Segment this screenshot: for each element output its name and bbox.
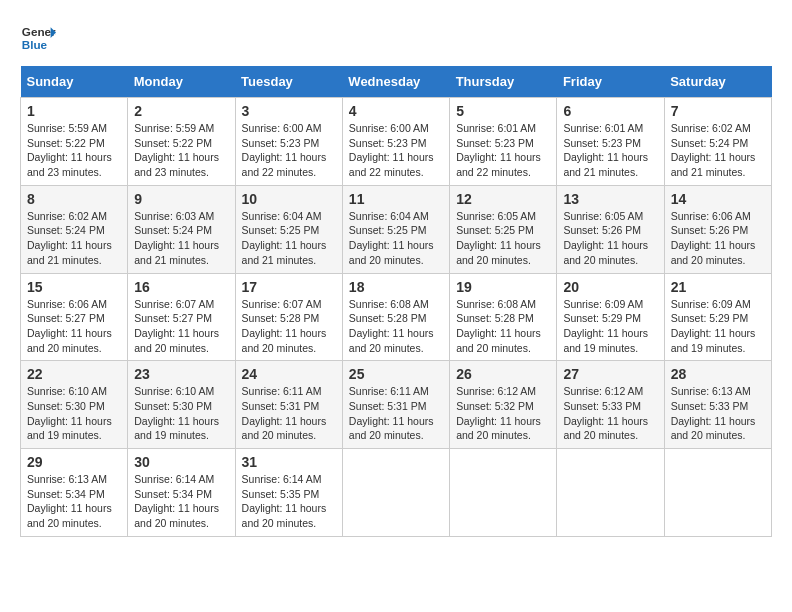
calendar-cell: 17 Sunrise: 6:07 AMSunset: 5:28 PMDaylig… [235, 273, 342, 361]
calendar-cell: 15 Sunrise: 6:06 AMSunset: 5:27 PMDaylig… [21, 273, 128, 361]
calendar-cell: 28 Sunrise: 6:13 AMSunset: 5:33 PMDaylig… [664, 361, 771, 449]
calendar-cell: 5 Sunrise: 6:01 AMSunset: 5:23 PMDayligh… [450, 98, 557, 186]
column-header-friday: Friday [557, 66, 664, 98]
calendar-cell: 26 Sunrise: 6:12 AMSunset: 5:32 PMDaylig… [450, 361, 557, 449]
day-number: 25 [349, 366, 443, 382]
calendar-week-1: 1 Sunrise: 5:59 AMSunset: 5:22 PMDayligh… [21, 98, 772, 186]
cell-info: Sunrise: 6:05 AMSunset: 5:25 PMDaylight:… [456, 210, 541, 266]
calendar-cell: 11 Sunrise: 6:04 AMSunset: 5:25 PMDaylig… [342, 185, 449, 273]
calendar-cell: 12 Sunrise: 6:05 AMSunset: 5:25 PMDaylig… [450, 185, 557, 273]
day-number: 1 [27, 103, 121, 119]
calendar-cell: 10 Sunrise: 6:04 AMSunset: 5:25 PMDaylig… [235, 185, 342, 273]
cell-info: Sunrise: 6:04 AMSunset: 5:25 PMDaylight:… [349, 210, 434, 266]
cell-info: Sunrise: 6:13 AMSunset: 5:33 PMDaylight:… [671, 385, 756, 441]
svg-text:Blue: Blue [22, 38, 48, 51]
column-header-thursday: Thursday [450, 66, 557, 98]
cell-info: Sunrise: 6:09 AMSunset: 5:29 PMDaylight:… [563, 298, 648, 354]
calendar-cell: 18 Sunrise: 6:08 AMSunset: 5:28 PMDaylig… [342, 273, 449, 361]
calendar-cell [557, 449, 664, 537]
day-number: 5 [456, 103, 550, 119]
calendar-cell: 1 Sunrise: 5:59 AMSunset: 5:22 PMDayligh… [21, 98, 128, 186]
calendar-cell: 31 Sunrise: 6:14 AMSunset: 5:35 PMDaylig… [235, 449, 342, 537]
cell-info: Sunrise: 6:06 AMSunset: 5:26 PMDaylight:… [671, 210, 756, 266]
cell-info: Sunrise: 6:12 AMSunset: 5:32 PMDaylight:… [456, 385, 541, 441]
day-number: 29 [27, 454, 121, 470]
day-number: 13 [563, 191, 657, 207]
column-header-sunday: Sunday [21, 66, 128, 98]
day-number: 15 [27, 279, 121, 295]
calendar-cell: 25 Sunrise: 6:11 AMSunset: 5:31 PMDaylig… [342, 361, 449, 449]
calendar-cell: 19 Sunrise: 6:08 AMSunset: 5:28 PMDaylig… [450, 273, 557, 361]
calendar-cell [450, 449, 557, 537]
day-number: 16 [134, 279, 228, 295]
cell-info: Sunrise: 6:02 AMSunset: 5:24 PMDaylight:… [671, 122, 756, 178]
calendar-cell [342, 449, 449, 537]
cell-info: Sunrise: 6:11 AMSunset: 5:31 PMDaylight:… [242, 385, 327, 441]
calendar-cell: 14 Sunrise: 6:06 AMSunset: 5:26 PMDaylig… [664, 185, 771, 273]
cell-info: Sunrise: 6:14 AMSunset: 5:35 PMDaylight:… [242, 473, 327, 529]
day-number: 24 [242, 366, 336, 382]
cell-info: Sunrise: 6:07 AMSunset: 5:27 PMDaylight:… [134, 298, 219, 354]
cell-info: Sunrise: 6:06 AMSunset: 5:27 PMDaylight:… [27, 298, 112, 354]
calendar-cell: 29 Sunrise: 6:13 AMSunset: 5:34 PMDaylig… [21, 449, 128, 537]
day-number: 11 [349, 191, 443, 207]
calendar-cell: 30 Sunrise: 6:14 AMSunset: 5:34 PMDaylig… [128, 449, 235, 537]
cell-info: Sunrise: 6:02 AMSunset: 5:24 PMDaylight:… [27, 210, 112, 266]
calendar-cell [664, 449, 771, 537]
day-number: 30 [134, 454, 228, 470]
cell-info: Sunrise: 6:14 AMSunset: 5:34 PMDaylight:… [134, 473, 219, 529]
cell-info: Sunrise: 6:08 AMSunset: 5:28 PMDaylight:… [349, 298, 434, 354]
calendar-cell: 2 Sunrise: 5:59 AMSunset: 5:22 PMDayligh… [128, 98, 235, 186]
cell-info: Sunrise: 6:05 AMSunset: 5:26 PMDaylight:… [563, 210, 648, 266]
day-number: 19 [456, 279, 550, 295]
calendar-week-3: 15 Sunrise: 6:06 AMSunset: 5:27 PMDaylig… [21, 273, 772, 361]
cell-info: Sunrise: 6:08 AMSunset: 5:28 PMDaylight:… [456, 298, 541, 354]
calendar-cell: 16 Sunrise: 6:07 AMSunset: 5:27 PMDaylig… [128, 273, 235, 361]
cell-info: Sunrise: 5:59 AMSunset: 5:22 PMDaylight:… [134, 122, 219, 178]
day-number: 26 [456, 366, 550, 382]
calendar-cell: 4 Sunrise: 6:00 AMSunset: 5:23 PMDayligh… [342, 98, 449, 186]
calendar-cell: 9 Sunrise: 6:03 AMSunset: 5:24 PMDayligh… [128, 185, 235, 273]
day-number: 22 [27, 366, 121, 382]
day-header-row: SundayMondayTuesdayWednesdayThursdayFrid… [21, 66, 772, 98]
cell-info: Sunrise: 6:01 AMSunset: 5:23 PMDaylight:… [563, 122, 648, 178]
column-header-saturday: Saturday [664, 66, 771, 98]
calendar-cell: 20 Sunrise: 6:09 AMSunset: 5:29 PMDaylig… [557, 273, 664, 361]
calendar-cell: 21 Sunrise: 6:09 AMSunset: 5:29 PMDaylig… [664, 273, 771, 361]
day-number: 31 [242, 454, 336, 470]
day-number: 3 [242, 103, 336, 119]
cell-info: Sunrise: 6:01 AMSunset: 5:23 PMDaylight:… [456, 122, 541, 178]
calendar-cell: 8 Sunrise: 6:02 AMSunset: 5:24 PMDayligh… [21, 185, 128, 273]
calendar-cell: 23 Sunrise: 6:10 AMSunset: 5:30 PMDaylig… [128, 361, 235, 449]
day-number: 8 [27, 191, 121, 207]
cell-info: Sunrise: 6:03 AMSunset: 5:24 PMDaylight:… [134, 210, 219, 266]
day-number: 14 [671, 191, 765, 207]
column-header-wednesday: Wednesday [342, 66, 449, 98]
column-header-tuesday: Tuesday [235, 66, 342, 98]
calendar-cell: 27 Sunrise: 6:12 AMSunset: 5:33 PMDaylig… [557, 361, 664, 449]
calendar-table: SundayMondayTuesdayWednesdayThursdayFrid… [20, 66, 772, 537]
logo-icon: General Blue [20, 20, 56, 56]
calendar-cell: 24 Sunrise: 6:11 AMSunset: 5:31 PMDaylig… [235, 361, 342, 449]
day-number: 7 [671, 103, 765, 119]
cell-info: Sunrise: 6:07 AMSunset: 5:28 PMDaylight:… [242, 298, 327, 354]
cell-info: Sunrise: 6:09 AMSunset: 5:29 PMDaylight:… [671, 298, 756, 354]
day-number: 6 [563, 103, 657, 119]
calendar-week-4: 22 Sunrise: 6:10 AMSunset: 5:30 PMDaylig… [21, 361, 772, 449]
day-number: 17 [242, 279, 336, 295]
day-number: 28 [671, 366, 765, 382]
cell-info: Sunrise: 6:00 AMSunset: 5:23 PMDaylight:… [349, 122, 434, 178]
calendar-week-5: 29 Sunrise: 6:13 AMSunset: 5:34 PMDaylig… [21, 449, 772, 537]
calendar-cell: 7 Sunrise: 6:02 AMSunset: 5:24 PMDayligh… [664, 98, 771, 186]
day-number: 2 [134, 103, 228, 119]
day-number: 12 [456, 191, 550, 207]
cell-info: Sunrise: 5:59 AMSunset: 5:22 PMDaylight:… [27, 122, 112, 178]
day-number: 18 [349, 279, 443, 295]
column-header-monday: Monday [128, 66, 235, 98]
day-number: 21 [671, 279, 765, 295]
day-number: 20 [563, 279, 657, 295]
calendar-cell: 13 Sunrise: 6:05 AMSunset: 5:26 PMDaylig… [557, 185, 664, 273]
page-header: General Blue [20, 20, 772, 56]
day-number: 4 [349, 103, 443, 119]
day-number: 23 [134, 366, 228, 382]
